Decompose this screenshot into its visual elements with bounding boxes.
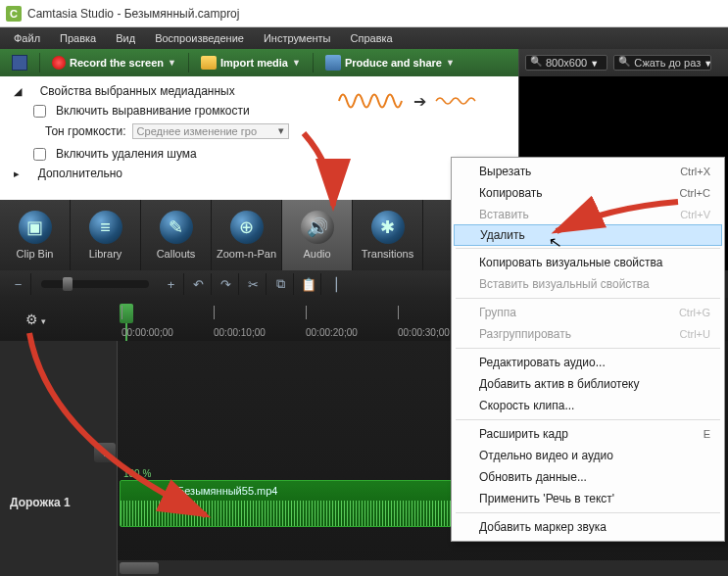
noise-removal-label: Включить удаления шума — [56, 147, 197, 161]
menu-paste: ВставитьCtrl+V — [452, 204, 724, 225]
clip-waveform — [121, 501, 452, 526]
menu-delete[interactable]: Удалить — [454, 224, 722, 246]
track-gutter: + Дорожка 1 — [0, 341, 118, 576]
chevron-down-icon: ▼ — [446, 58, 455, 68]
expand-icon[interactable]: ▸ — [14, 168, 20, 180]
import-button[interactable]: Import media ▼ — [195, 54, 307, 72]
tab-clip-bin[interactable]: ▣Clip Bin — [0, 200, 71, 270]
menu-paste-visual: Вставить визуальный свойства — [452, 273, 724, 295]
menu-add-marker[interactable]: Добавить маркер звука — [452, 516, 724, 538]
transitions-icon: ✱ — [371, 211, 405, 244]
context-menu: ВырезатьCtrl+X КопироватьCtrl+C Вставить… — [451, 157, 725, 542]
tool-tabs: ▣Clip Bin ≡Library ✎Callouts ⊕Zoom-n-Pan… — [0, 200, 451, 270]
callouts-icon: ✎ — [160, 211, 193, 244]
menu-playback[interactable]: Воспроизведение — [145, 29, 254, 47]
library-icon: ≡ — [89, 211, 122, 244]
zoom-icon: ⊕ — [230, 211, 264, 244]
timeline-toolbar: − + ↶ ↷ ✂ ⧉ 📋 ⎮ — [0, 270, 451, 298]
produce-button[interactable]: Produce and share ▼ — [319, 53, 461, 72]
app-logo: C — [6, 6, 22, 22]
menubar: Файл Правка Вид Воспроизведение Инструме… — [0, 27, 728, 49]
titlebar: C Camtasia Studio - Безымянный.camproj — [0, 0, 728, 27]
menu-clip-speed[interactable]: Скорость клипа... — [452, 395, 724, 416]
menu-file[interactable]: Файл — [4, 29, 50, 47]
save-icon — [12, 55, 27, 71]
tab-callouts[interactable]: ✎Callouts — [141, 200, 212, 270]
tab-zoom-n-pan[interactable]: ⊕Zoom-n-Pan — [212, 200, 282, 270]
speaker-icon: 🔊 — [301, 211, 334, 244]
tone-label: Тон громкости: — [45, 124, 126, 138]
menu-extend-frame[interactable]: Расширить кадрE — [452, 423, 724, 445]
cut-icon[interactable]: ✂ — [241, 273, 267, 295]
time-label: 00:00:10;00 — [214, 327, 266, 338]
clipbin-icon: ▣ — [19, 211, 52, 244]
preview-toolbar: 800x600 ▼ Сжать до раз ▼ — [518, 49, 728, 76]
record-icon — [52, 56, 66, 70]
dimensions-dropdown[interactable]: 800x600 ▼ — [525, 55, 607, 71]
waveform-illustration: ➔ — [337, 86, 483, 116]
time-label: 00:00:30;00 — [398, 327, 450, 338]
menu-copy[interactable]: КопироватьCtrl+C — [452, 182, 724, 204]
gear-icon[interactable]: ⚙ — [25, 312, 46, 327]
horizontal-scrollbar[interactable] — [118, 560, 728, 576]
tone-dropdown[interactable]: Среднее изменение гро — [132, 123, 289, 139]
menu-tools[interactable]: Инструменты — [254, 29, 341, 47]
menu-group: ГруппаCtrl+G — [452, 302, 724, 323]
tab-transitions[interactable]: ✱Transitions — [353, 200, 423, 270]
menu-cut[interactable]: ВырезатьCtrl+X — [452, 161, 724, 182]
undo-icon[interactable]: ↶ — [186, 273, 212, 295]
menu-update-data[interactable]: Обновить данные... — [452, 466, 724, 488]
add-track-button[interactable]: + — [94, 443, 116, 462]
zoom-in-icon[interactable]: + — [159, 273, 184, 295]
panel-heading: Свойства выбранных медиаданных — [40, 84, 235, 98]
split-icon[interactable]: ⎮ — [323, 273, 349, 295]
tab-audio[interactable]: 🔊Audio — [282, 200, 353, 270]
copy-icon[interactable]: ⧉ — [268, 273, 294, 295]
menu-ungroup: РазгруппироватьCtrl+U — [452, 323, 724, 345]
tab-library[interactable]: ≡Library — [71, 200, 141, 270]
noise-removal-checkbox[interactable] — [33, 148, 46, 161]
zoom-slider[interactable] — [41, 280, 149, 288]
chevron-down-icon: ▼ — [168, 58, 176, 68]
menu-view[interactable]: Вид — [106, 29, 145, 47]
save-button[interactable] — [6, 53, 33, 72]
properties-panel: ◢ Свойства выбранных медиаданных Включит… — [0, 76, 518, 200]
menu-add-asset[interactable]: Добавить актив в библиотеку — [452, 373, 724, 395]
produce-label: Produce and share — [345, 57, 442, 69]
volume-leveling-checkbox[interactable] — [33, 105, 46, 118]
collapse-icon[interactable]: ◢ — [14, 85, 22, 98]
redo-icon[interactable]: ↷ — [214, 273, 239, 295]
advanced-label: Дополнительно — [38, 167, 122, 180]
shrink-dropdown[interactable]: Сжать до раз ▼ — [613, 55, 711, 71]
zoom-out-icon[interactable]: − — [6, 273, 31, 295]
time-label: 00:00:00;00 — [121, 327, 173, 338]
menu-separate-av[interactable]: Отдельно видео и аудио — [452, 445, 724, 466]
record-label: Record the screen — [70, 57, 164, 69]
menu-edit[interactable]: Правка — [50, 29, 106, 47]
clip-name: Безымянный55.mp4 — [177, 485, 277, 497]
import-label: Import media — [220, 57, 288, 69]
paste-icon[interactable]: 📋 — [296, 273, 321, 295]
menu-copy-visual[interactable]: Копировать визуальные свойства — [452, 252, 724, 273]
record-button[interactable]: Record the screen ▼ — [46, 54, 182, 72]
window-title: Camtasia Studio - Безымянный.camproj — [27, 7, 239, 21]
clip-percent: 100 % — [123, 468, 151, 479]
volume-leveling-label: Включить выравнивание громкости — [56, 104, 250, 118]
track-label[interactable]: Дорожка 1 — [10, 496, 71, 509]
chevron-down-icon: ▼ — [292, 58, 301, 68]
menu-speech-to-text[interactable]: Применить 'Речь в текст' — [452, 488, 724, 509]
timeline-clip[interactable]: Безымянный55.mp4 — [120, 480, 453, 527]
produce-icon — [325, 55, 341, 71]
folder-icon — [201, 56, 217, 70]
menu-edit-audio[interactable]: Редактировать аудио... — [452, 352, 724, 373]
menu-help[interactable]: Справка — [341, 29, 403, 47]
time-label: 00:00:20;00 — [306, 327, 358, 338]
